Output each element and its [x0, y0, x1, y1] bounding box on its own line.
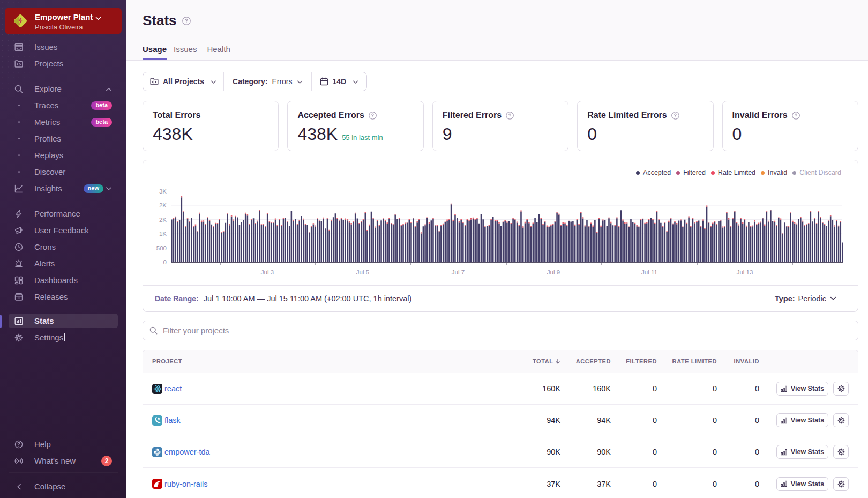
- svg-text:Jul 5: Jul 5: [356, 269, 369, 276]
- svg-text:1K: 1K: [159, 231, 167, 237]
- svg-text:2K: 2K: [159, 202, 167, 209]
- svg-text:Jul 11: Jul 11: [641, 269, 657, 276]
- svg-text:3K: 3K: [159, 188, 167, 195]
- svg-text:2K: 2K: [159, 217, 167, 223]
- svg-text:Jul 3: Jul 3: [261, 269, 274, 276]
- svg-text:0: 0: [163, 259, 167, 265]
- svg-text:Jul 13: Jul 13: [737, 269, 753, 276]
- svg-text:Jul 9: Jul 9: [547, 269, 560, 276]
- svg-text:500: 500: [156, 245, 167, 251]
- svg-text:Jul 7: Jul 7: [452, 269, 465, 276]
